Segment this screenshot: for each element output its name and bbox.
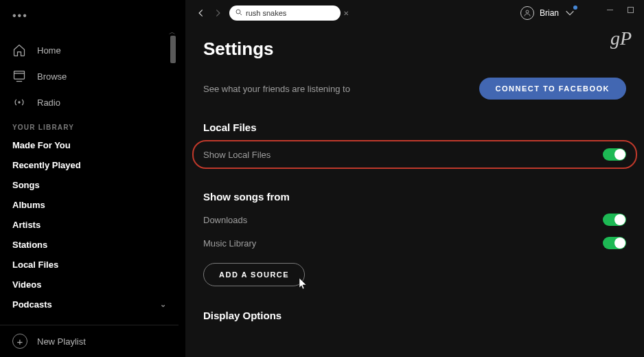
- nav-label: Browse: [37, 71, 67, 82]
- nav-home[interactable]: Home: [0, 37, 179, 63]
- new-playlist-button[interactable]: + New Playlist: [0, 325, 179, 357]
- nav-browse[interactable]: Browse: [0, 63, 179, 89]
- clear-search-button[interactable]: ✕: [341, 10, 349, 17]
- connect-facebook-button[interactable]: CONNECT TO FACEBOOK: [479, 78, 626, 100]
- page-title: Settings: [203, 38, 626, 60]
- plus-icon: +: [12, 334, 27, 349]
- lib-albums[interactable]: Albums: [0, 195, 179, 215]
- display-options-heading: Display Options: [203, 310, 626, 321]
- local-files-heading: Local Files: [203, 122, 626, 133]
- nav-label: Radio: [37, 97, 60, 108]
- lib-recently-played[interactable]: Recently Played: [0, 155, 179, 175]
- nav-forward-button[interactable]: [213, 8, 222, 18]
- facebook-row: See what your friends are listening to C…: [203, 78, 626, 100]
- svg-point-8: [18, 101, 20, 103]
- search-box[interactable]: ✕: [229, 5, 341, 21]
- lib-podcasts[interactable]: Podcasts⌄: [0, 295, 179, 314]
- topbar: ✕ Brian: [185, 0, 644, 26]
- svg-point-2: [236, 10, 240, 14]
- library-heading: YOUR LIBRARY: [0, 115, 179, 135]
- downloads-toggle[interactable]: [603, 214, 626, 226]
- lib-local-files[interactable]: Local Files: [0, 255, 179, 275]
- notification-dot-icon: [573, 5, 577, 10]
- show-local-files-toggle[interactable]: [603, 148, 626, 161]
- source-row-music-library: Music Library: [203, 237, 626, 249]
- svg-point-4: [526, 10, 529, 13]
- svg-rect-5: [14, 71, 25, 80]
- radio-icon: [12, 95, 26, 109]
- lib-made-for-you[interactable]: Made For You: [0, 135, 179, 155]
- window-controls: [596, 0, 644, 19]
- music-library-toggle[interactable]: [603, 237, 626, 249]
- user-name: Brian: [540, 8, 559, 18]
- watermark: gP: [610, 27, 632, 49]
- friends-text: See what your friends are listening to: [203, 84, 350, 94]
- home-icon: [12, 43, 26, 57]
- sidebar-scrollbar[interactable]: [170, 36, 176, 63]
- lib-stations[interactable]: Stations: [0, 235, 179, 255]
- sidebar: ••• ︿ Home Browse Radio YOUR LIBRARY Mad…: [0, 0, 179, 357]
- cursor-icon: [299, 277, 308, 291]
- nav-label: Home: [37, 45, 61, 56]
- source-label: Downloads: [203, 215, 247, 225]
- show-local-files-label: Show Local Files: [203, 150, 271, 160]
- notification-button[interactable]: [564, 8, 575, 19]
- browse-icon: [12, 69, 26, 83]
- svg-rect-1: [628, 7, 633, 12]
- minimize-button[interactable]: [606, 5, 614, 14]
- chevron-down-icon: ⌄: [160, 300, 166, 309]
- nav-back-button[interactable]: [196, 8, 206, 18]
- lib-videos[interactable]: Videos: [0, 275, 179, 295]
- maximize-button[interactable]: [626, 5, 634, 14]
- source-label: Music Library: [203, 238, 256, 249]
- source-row-downloads: Downloads: [203, 214, 626, 226]
- search-input[interactable]: [243, 9, 341, 17]
- show-local-files-row: Show Local Files: [192, 140, 637, 169]
- lib-songs[interactable]: Songs: [0, 175, 179, 195]
- search-icon: [235, 7, 243, 19]
- nav-radio[interactable]: Radio: [0, 89, 179, 115]
- show-songs-heading: Show songs from: [203, 191, 626, 203]
- avatar-icon: [520, 6, 534, 20]
- new-playlist-label: New Playlist: [37, 336, 86, 347]
- main-content: Settings See what your friends are liste…: [185, 26, 644, 357]
- add-source-button[interactable]: ADD A SOURCE: [203, 263, 305, 286]
- lib-artists[interactable]: Artists: [0, 215, 179, 235]
- user-area[interactable]: Brian: [520, 6, 575, 20]
- svg-line-3: [240, 14, 242, 16]
- app-menu-button[interactable]: •••: [0, 4, 179, 27]
